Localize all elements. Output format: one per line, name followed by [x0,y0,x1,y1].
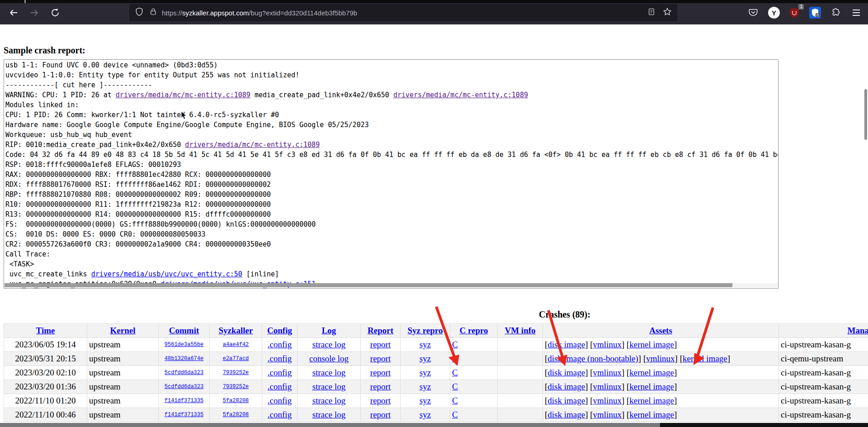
log-link[interactable]: strace log [312,340,345,349]
column-header-link-time[interactable]: Time [36,326,55,335]
c-repro-link[interactable]: C [452,382,458,391]
crash-report-box: usb 1-1: Found UVC 0.00 device <unnamed>… [4,59,778,289]
crash-log-line: RBP: ffff888021070880 R08: 0000000000000… [5,190,778,199]
report-link[interactable]: report [370,354,391,363]
crash-log-line: CPU: 1 PID: 26 Comm: kworker/1:1 Not tai… [5,110,778,120]
source-file-link[interactable]: drivers/media/mc/mc-entity.c:1089 [185,141,320,149]
crash-log-line: uvcvideo 1-1:0.0: Entity type for entity… [5,70,778,80]
syzkaller-commit-link[interactable]: 5fa28208 [223,398,249,404]
horizontal-scrollbar-thumb[interactable] [0,423,660,427]
asset-link-kernel-image[interactable]: kernel image [629,410,674,419]
report-link[interactable]: report [370,410,391,419]
crash-log-line: RAX: 0000000000000000 RBX: ffff88801ec42… [5,170,778,180]
log-link[interactable]: console log [309,354,349,363]
asset-link-kernel-image[interactable]: kernel image [629,340,674,349]
syzkaller-commit-link[interactable]: a4ae4f42 [223,342,249,348]
column-header-link-manager[interactable]: Manager [848,326,868,335]
reload-button[interactable] [48,6,62,19]
asset-link-vmlinux[interactable]: vmlinux [646,354,675,363]
asset-link-vmlinux[interactable]: vmlinux [593,410,622,419]
asset-link-kernel-image[interactable]: kernel image [629,368,674,377]
menu-hamburger-icon[interactable] [849,6,863,19]
config-link[interactable]: .config [268,382,292,391]
report-link[interactable]: report [370,368,391,377]
log-link[interactable]: strace log [312,410,345,419]
syz-repro-link[interactable]: syz [420,382,431,391]
asset-link-disk-image[interactable]: disk image [547,396,585,405]
commit-link[interactable]: f141df371335 [165,398,203,404]
bookmark-star-icon[interactable] [663,7,672,18]
syzkaller-commit-link[interactable]: 7939252e [223,384,249,390]
forward-button[interactable] [28,6,41,19]
ublock-icon[interactable]: 1 [788,6,801,19]
c-repro-link[interactable]: C [452,396,458,405]
syz-repro-link[interactable]: syz [420,396,431,405]
asset-link-kernel-image[interactable]: kernel image [629,396,674,405]
lock-icon[interactable] [149,8,157,18]
crash-box-hscrollbar[interactable] [5,283,778,287]
reader-mode-icon[interactable] [647,8,656,18]
annotation-arrow-c-repro [429,305,466,370]
asset-link-vmlinux[interactable]: vmlinux [593,340,622,349]
account-avatar[interactable]: Y [767,6,781,19]
config-link[interactable]: .config [268,410,292,419]
crash-box-hscroll-thumb[interactable] [5,283,732,287]
asset-link-disk-image[interactable]: disk image [547,410,585,419]
kernel-name: upstream [87,394,159,408]
url-bar[interactable]: https://syzkaller.appspot.com/bug?extid=… [129,4,677,21]
commit-link[interactable]: 9561de3a55be [165,342,203,348]
syzkaller-commit-link[interactable]: 5fa28208 [223,412,249,418]
crash-log-line: Code: 04 32 d6 fa 44 89 e0 48 83 c4 18 5… [5,150,778,160]
c-repro-cell: C [450,408,498,422]
crash-time: 2022/11/10 00:46 [4,408,87,422]
commit-link[interactable]: f141df371335 [165,412,203,418]
column-header-link-assets[interactable]: Assets [649,326,672,335]
asset-link-vmlinux[interactable]: vmlinux [593,396,622,405]
syzkaller-commit-link[interactable]: 7939252e [223,370,249,376]
log-link[interactable]: strace log [312,396,345,405]
report-link[interactable]: report [370,382,391,391]
commit-link[interactable]: 5cdfdd6da323 [165,384,203,390]
syz-repro-link[interactable]: syz [420,410,431,419]
commit-link[interactable]: 5cdfdd6da323 [165,370,203,376]
asset-link-kernel-image[interactable]: kernel image [629,382,674,391]
source-file-link[interactable]: drivers/media/mc/mc-entity.c:1089 [116,91,250,99]
c-repro-cell: C [450,394,498,408]
log-link[interactable]: strace log [312,368,345,377]
pocket-icon[interactable] [746,6,760,19]
shield-permissions-icon[interactable] [135,7,144,18]
commit-link[interactable]: 48b1320a674e [165,356,203,362]
vertical-scrollbar-thumb[interactable] [864,89,867,140]
horizontal-scrollbar[interactable] [0,423,868,427]
column-header: Kernel [87,324,159,338]
asset-link-vmlinux[interactable]: vmlinux [593,368,622,377]
report-link[interactable]: report [370,340,391,349]
config-link[interactable]: .config [268,368,292,377]
column-header-link-vm-info[interactable]: VM info [505,326,535,335]
config-link[interactable]: .config [268,396,292,405]
column-header: Time [4,324,87,338]
log-link[interactable]: strace log [312,382,345,391]
column-header-link-kernel[interactable]: Kernel [110,326,136,335]
syzkaller-commit-link[interactable]: e2a77acd [223,356,249,362]
c-repro-link[interactable]: C [452,410,458,419]
crash-log-line: CR2: 0000557263a600f0 CR3: 000000002a1a9… [5,239,778,249]
web-page: Sample crash report: usb 1-1: Found UVC … [0,24,868,427]
extensions-puzzle-icon[interactable] [829,6,843,19]
column-header-link-config[interactable]: Config [267,326,292,335]
source-file-link[interactable]: drivers/media/usb/uvc/uvc_entity.c:50 [91,270,242,278]
asset-link-disk-image[interactable]: disk image [547,382,585,391]
asset-link-vmlinux[interactable]: vmlinux [593,382,622,391]
column-header-link-commit[interactable]: Commit [169,326,199,335]
log-cell: strace log [297,394,361,408]
config-link[interactable]: .config [268,354,292,363]
back-button[interactable] [7,6,20,19]
syz-repro-cell: syz [401,408,450,422]
bitwarden-icon[interactable] [808,6,822,19]
source-file-link[interactable]: drivers/media/mc/mc-entity.c:1089 [393,91,528,99]
column-header-link-log[interactable]: Log [322,326,336,335]
column-header-link-report[interactable]: Report [368,326,393,335]
report-link[interactable]: report [370,396,391,405]
config-link[interactable]: .config [268,340,292,349]
column-header-link-syzkaller[interactable]: Syzkaller [219,326,253,335]
